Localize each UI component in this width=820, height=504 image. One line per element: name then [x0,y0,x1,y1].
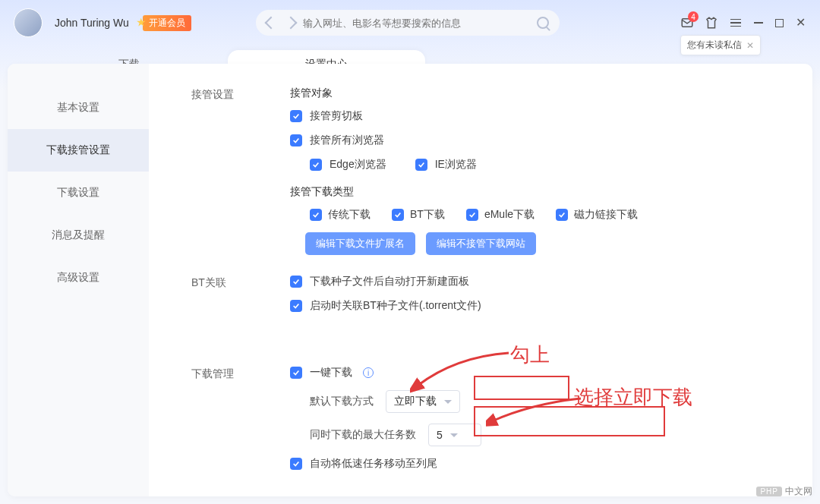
search-input[interactable] [303,17,529,29]
max-tasks-select[interactable]: 5 [428,424,481,446]
checkbox-edge-label: Edge浏览器 [330,158,386,172]
sidebar-item-messages[interactable]: 消息及提醒 [8,214,149,257]
watermark-badge: PHP [756,487,782,496]
username-label: John Turing Wu [55,17,129,29]
search-bar [256,10,560,36]
mail-icon[interactable]: 4 [680,16,694,30]
sidebar-item-download-settings[interactable]: 下载设置 [8,172,149,214]
checkbox-assoc-torrent-label: 启动时关联BT种子文件(.torrent文件) [310,299,481,313]
section-takeover: 接管设置 接管对象 接管剪切板 接管所有浏览器 Edge浏览器 IE浏览器 [191,87,785,255]
checkbox-all-browsers[interactable] [290,134,302,146]
checkbox-one-click-label: 一键下载 [310,366,352,380]
checkbox-traditional-label: 传统下载 [328,208,371,222]
section-label-takeover: 接管设置 [191,87,290,255]
section-label-dlmgr: 下载管理 [191,366,290,481]
settings-body: 接管设置 接管对象 接管剪切板 接管所有浏览器 Edge浏览器 IE浏览器 [149,64,812,496]
checkbox-edge[interactable] [310,159,322,171]
header-icon-group: 4 ✕ [680,16,806,30]
checkbox-open-panel[interactable] [290,276,302,288]
info-icon[interactable]: i [363,367,374,378]
max-tasks-label: 同时下载的最大任务数 [310,428,416,442]
takeover-target-heading: 接管对象 [290,87,785,100]
avatar[interactable] [14,8,43,37]
edit-extensions-button[interactable]: 编辑下载文件扩展名 [305,232,415,255]
unread-message-chip[interactable]: 您有未读私信 ✕ [680,35,761,55]
checkbox-traditional[interactable] [310,209,322,221]
checkbox-magnet[interactable] [556,209,568,221]
checkbox-bt[interactable] [392,209,404,221]
checkbox-magnet-label: 磁力链接下载 [574,208,638,222]
close-icon[interactable]: ✕ [746,40,754,51]
mail-badge: 4 [688,11,699,22]
default-mode-label: 默认下载方式 [310,395,374,408]
checkbox-emule[interactable] [466,209,478,221]
takeover-type-heading: 接管下载类型 [290,185,785,199]
watermark-text: 中文网 [785,485,812,498]
vip-open-badge[interactable]: 开通会员 [143,15,191,31]
unread-chip-label: 您有未读私信 [687,39,742,52]
chevron-down-icon [450,433,458,437]
nav-forward-icon[interactable] [285,17,298,30]
sidebar-item-basic[interactable]: 基本设置 [8,87,149,129]
checkbox-one-click[interactable] [290,367,302,379]
checkbox-ie-label: IE浏览器 [435,158,477,172]
checkbox-move-slow-label: 自动将低速任务移动至列尾 [310,457,437,471]
max-tasks-value: 5 [437,429,443,441]
minimize-button[interactable] [753,17,764,28]
edit-skip-sites-button[interactable]: 编辑不接管下载网站 [426,232,536,255]
theme-icon[interactable] [705,16,718,30]
nav-back-icon[interactable] [265,17,278,30]
checkbox-all-browsers-label: 接管所有浏览器 [310,134,384,147]
chevron-down-icon [444,400,452,404]
checkbox-open-panel-label: 下载种子文件后自动打开新建面板 [310,275,469,288]
checkbox-emule-label: eMule下载 [484,208,535,222]
section-bt-assoc: BT关联 下载种子文件后自动打开新建面板 启动时关联BT种子文件(.torren… [191,275,785,323]
sidebar-item-download-takeover[interactable]: 下载接管设置 [8,129,149,172]
close-button[interactable]: ✕ [796,17,806,28]
settings-sidebar: 基本设置 下载接管设置 下载设置 消息及提醒 高级设置 [8,64,149,496]
checkbox-ie[interactable] [415,159,427,171]
menu-icon[interactable] [729,16,743,30]
checkbox-move-slow[interactable] [290,458,302,470]
watermark: PHP 中文网 [756,485,812,498]
settings-panel: 基本设置 下载接管设置 下载设置 消息及提醒 高级设置 接管设置 接管对象 接管… [8,64,812,496]
section-download-manage: 下载管理 一键下载 i 默认下载方式 立即下载 同时下载的最大任务数 [191,366,785,481]
search-icon[interactable] [537,17,549,29]
sidebar-item-advanced[interactable]: 高级设置 [8,257,149,299]
default-mode-select[interactable]: 立即下载 [386,390,460,413]
checkbox-assoc-torrent[interactable] [290,300,302,312]
maximize-button[interactable] [774,17,785,28]
checkbox-clipboard[interactable] [290,110,302,122]
section-label-bt: BT关联 [191,275,290,323]
default-mode-value: 立即下载 [394,395,437,408]
checkbox-clipboard-label: 接管剪切板 [310,109,363,123]
checkbox-bt-label: BT下载 [410,208,445,222]
